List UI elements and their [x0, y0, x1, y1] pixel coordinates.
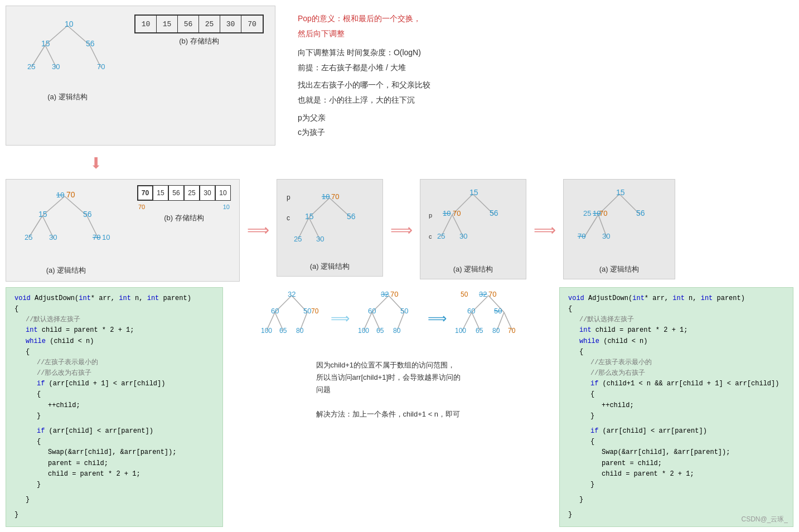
svg-text:15: 15 — [616, 188, 625, 197]
down-arrow-icon: ⬇ — [89, 152, 103, 177]
pop-text: Pop的意义：根和最后的一个交换， 然后向下调整 — [298, 11, 782, 41]
svg-text:80: 80 — [492, 327, 500, 335]
code2-line5: ++child; — [568, 400, 785, 411]
mid-cell-5: 10 — [215, 185, 231, 201]
svg-text:50: 50 — [461, 291, 468, 298]
svg-text:25: 25 — [25, 233, 32, 241]
step2-label: (a) 逻辑结构 — [284, 262, 376, 272]
svg-text:50: 50 — [494, 307, 502, 315]
code1-spacer2 — [14, 490, 214, 495]
svg-text:p: p — [429, 212, 432, 219]
code2-spacer1 — [568, 422, 785, 426]
svg-text:25: 25 — [437, 232, 445, 240]
svg-text:p: p — [287, 194, 290, 201]
code2-spacer2 — [568, 490, 785, 495]
svg-text:100: 100 — [261, 327, 272, 335]
step2-diagram: p 10 70 c 15 56 25 30 (a) 逻辑结构 — [277, 179, 383, 277]
arrow-right-1: ⟹ — [245, 221, 271, 240]
svg-text:25: 25 — [294, 235, 302, 243]
svg-text:70: 70 — [390, 290, 398, 298]
array-cell-2: 56 — [178, 16, 199, 32]
mid-diagram-box1: 10 70 15 56 25 30 70 10 (a) 逻辑结构 — [6, 179, 240, 282]
code1-line2: int child = parent * 2 + 1; — [14, 325, 214, 336]
svg-text:56: 56 — [636, 209, 645, 217]
code2-line3: while (child < n) — [568, 336, 785, 347]
code2-comment1: //默认选择左孩子 — [568, 315, 785, 325]
array-label-70: 70 — [138, 204, 145, 210]
mid-logical-label: (a) 逻辑结构 — [14, 265, 118, 275]
svg-text:15: 15 — [41, 39, 50, 48]
code1-brace8: } — [14, 510, 214, 520]
top-storage-label: (b) 存储结构 — [134, 36, 264, 46]
svg-text:32: 32 — [479, 290, 487, 298]
svg-text:10: 10 — [56, 191, 64, 199]
code1-brace6: } — [14, 480, 214, 490]
exp-line5: 找出左右孩子小的哪一个，和父亲比较 — [298, 78, 782, 93]
code2-line9: child = parent * 2 + 1; — [568, 469, 785, 480]
code2-brace5: { — [568, 437, 785, 447]
array-cell-4: 30 — [220, 16, 241, 32]
code2-brace4: } — [568, 411, 785, 422]
svg-text:10: 10 — [322, 192, 330, 201]
code-box-2: void AdjustDown(int* arr, int n, int par… — [559, 287, 793, 527]
mid-cell-1: 15 — [153, 185, 168, 201]
code2-comment2: //左孩子表示最小的 — [568, 357, 785, 368]
code2-brace6: } — [568, 480, 785, 490]
svg-text:15: 15 — [469, 188, 478, 197]
svg-text:50: 50 — [303, 307, 311, 315]
arrow-down-container: ⬇ — [89, 154, 793, 176]
code-box-1: void AdjustDown(int* arr, int n, int par… — [6, 287, 223, 527]
svg-text:65: 65 — [376, 327, 384, 335]
svg-text:80: 80 — [393, 327, 401, 335]
code1-spacer3 — [14, 505, 214, 510]
pop-line1: Pop的意义：根和最后的一个交换， — [298, 11, 782, 26]
svg-line-50 — [584, 215, 598, 237]
arrow-right-2: ⟹ — [389, 221, 414, 240]
code1-comment1: //默认选择左孩子 — [14, 315, 214, 325]
svg-text:32: 32 — [288, 290, 296, 298]
svg-text:70: 70 — [97, 62, 105, 71]
array-cell-0: 10 — [135, 16, 157, 32]
code1-line7: Swap(&arr[child], &arr[parent]); — [14, 447, 214, 458]
top-section: 10 15 56 25 30 70 (a) 逻辑结构 10 15 56 — [6, 6, 793, 146]
svg-text:70: 70 — [93, 233, 100, 241]
exp-line4: 前提：左右孩子都是小堆 / 大堆 — [298, 60, 782, 75]
code1-brace4: } — [14, 411, 214, 422]
svg-text:80: 80 — [296, 327, 304, 335]
code1-line3: while (child < n) — [14, 336, 214, 347]
small-tree2: 32 70 60 50 100 65 80 — [355, 287, 422, 351]
code1-line8: parent = child; — [14, 458, 214, 469]
svg-text:56: 56 — [86, 39, 95, 48]
svg-text:70: 70 — [66, 190, 75, 199]
page-container: 10 15 56 25 30 70 (a) 逻辑结构 10 15 56 — [0, 0, 799, 532]
exp-line3: 向下调整算法 时间复杂度：O(logN) — [298, 45, 782, 60]
code2-line8: parent = child; — [568, 458, 785, 469]
code1-comment2: //左孩子表示最小的 — [14, 357, 214, 368]
svg-text:70: 70 — [311, 307, 319, 315]
bottom-row: void AdjustDown(int* arr, int n, int par… — [6, 287, 793, 527]
code2-line7: Swap(&arr[child], &arr[parent]); — [568, 447, 785, 458]
code1-brace1: { — [14, 304, 214, 315]
small-tree3: 32 70 50 60 50 100 65 80 70 — [452, 287, 525, 351]
anno-line1: 因为child+1的位置不属于数组的访问范围， — [316, 359, 467, 371]
code1-line6: if (arr[child] < arr[parent]) — [14, 426, 214, 437]
svg-text:56: 56 — [83, 210, 92, 219]
code2-comment3: //那么改为右孩子 — [568, 368, 785, 379]
array-cell-3: 25 — [199, 16, 220, 32]
code1-line1: void AdjustDown(int* arr, int n, int par… — [14, 293, 214, 304]
array-label-10: 10 — [223, 204, 230, 210]
svg-text:56: 56 — [490, 209, 498, 217]
svg-text:60: 60 — [271, 307, 279, 315]
svg-text:65: 65 — [476, 327, 483, 335]
svg-text:56: 56 — [347, 212, 356, 221]
code2-line1: void AdjustDown(int* arr, int n, int par… — [568, 293, 785, 304]
svg-text:25: 25 — [583, 209, 591, 217]
arrow-right-3: ⟹ — [532, 221, 558, 240]
svg-text:100: 100 — [358, 327, 369, 335]
top-tree-svg: 10 15 56 25 30 70 (a) 逻辑结构 — [17, 14, 118, 102]
svg-text:65: 65 — [279, 327, 287, 335]
code1-brace7: } — [14, 495, 214, 505]
svg-text:10: 10 — [102, 233, 110, 241]
mid-content: 32 60 50 100 65 80 70 ⟹ — [231, 287, 551, 423]
svg-text:70: 70 — [508, 327, 516, 335]
